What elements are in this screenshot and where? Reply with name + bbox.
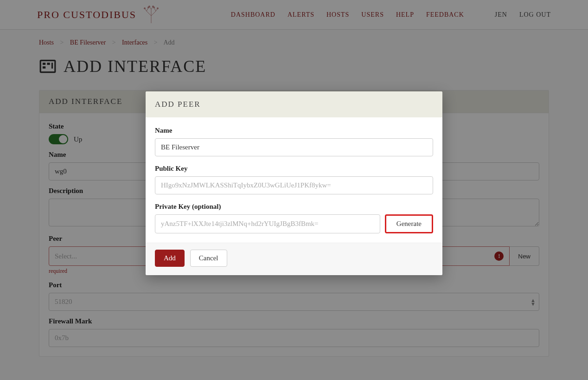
modal-pubkey-input[interactable]	[155, 176, 433, 194]
modal-privkey-input[interactable]	[155, 214, 380, 233]
modal-name-label: Name	[155, 127, 433, 135]
modal-title: ADD PEER	[146, 91, 442, 117]
modal-footer: Add Cancel	[146, 243, 442, 275]
generate-button[interactable]: Generate	[385, 214, 433, 233]
add-peer-modal: ADD PEER Name Public Key Private Key (op…	[146, 91, 442, 275]
modal-body: Name Public Key Private Key (optional) G…	[146, 117, 442, 243]
modal-name-input[interactable]	[155, 138, 433, 156]
modal-pubkey-label: Public Key	[155, 165, 433, 173]
cancel-button[interactable]: Cancel	[190, 250, 227, 267]
modal-privkey-row: Generate	[155, 214, 433, 233]
add-button[interactable]: Add	[155, 250, 185, 267]
modal-privkey-label: Private Key (optional)	[155, 203, 433, 211]
